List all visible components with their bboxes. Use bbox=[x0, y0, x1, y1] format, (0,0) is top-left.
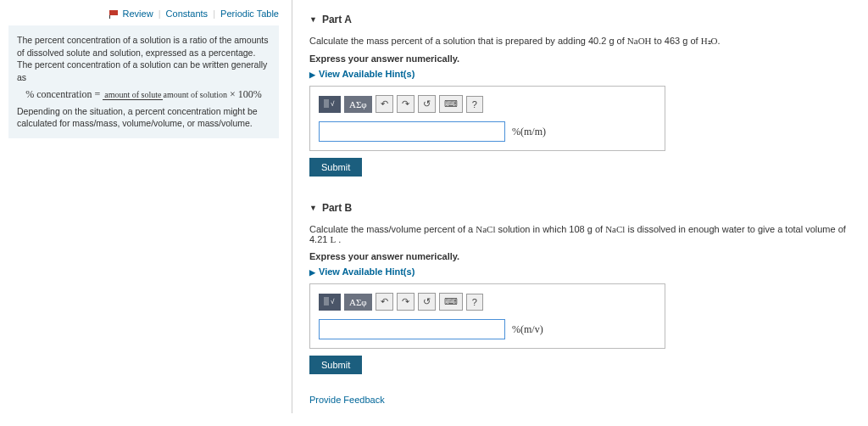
symbols-icon[interactable]: ΑΣφ bbox=[344, 96, 372, 113]
part-b-question: Calculate the mass/volume percent of a N… bbox=[309, 224, 851, 244]
keyboard-icon[interactable]: ⌨ bbox=[439, 95, 463, 113]
review-link[interactable]: Review bbox=[123, 8, 153, 19]
reset-icon[interactable]: ↺ bbox=[418, 95, 436, 113]
svg-rect-0 bbox=[109, 10, 118, 15]
svg-rect-1 bbox=[109, 15, 110, 19]
constants-link[interactable]: Constants bbox=[166, 8, 209, 19]
q-text: solution in which 108 g of bbox=[496, 224, 606, 234]
redo-icon[interactable]: ↷ bbox=[397, 293, 415, 311]
keyboard-icon[interactable]: ⌨ bbox=[439, 293, 463, 311]
part-b-answer-box: √ ΑΣφ ↶ ↷ ↺ ⌨ ? %(m/v) bbox=[309, 283, 665, 349]
svg-text:√: √ bbox=[331, 298, 335, 305]
formula-denominator: amount of solution bbox=[163, 90, 227, 99]
part-a-title: Part A bbox=[322, 14, 352, 25]
part-a-submit-button[interactable]: Submit bbox=[309, 158, 362, 177]
periodic-table-link[interactable]: Periodic Table bbox=[220, 8, 279, 19]
part-a-express: Express your answer numerically. bbox=[309, 53, 851, 64]
flag-icon bbox=[109, 8, 120, 19]
svg-rect-4 bbox=[324, 297, 329, 305]
svg-text:√: √ bbox=[331, 100, 335, 108]
part-a-unit: %(m/m) bbox=[512, 126, 546, 138]
symbols-icon[interactable]: ΑΣφ bbox=[344, 294, 372, 311]
separator: | bbox=[213, 8, 215, 19]
separator: | bbox=[159, 8, 161, 19]
chem-h2o: H₂O bbox=[701, 36, 718, 46]
part-a-answer-input[interactable] bbox=[319, 121, 505, 142]
templates-icon[interactable]: √ bbox=[319, 294, 341, 311]
part-b-submit-button[interactable]: Submit bbox=[309, 356, 362, 374]
part-b-header[interactable]: ▼ Part B bbox=[309, 197, 851, 219]
q-text: . bbox=[718, 36, 721, 46]
part-b-express: Express your answer numerically. bbox=[309, 251, 851, 261]
provide-feedback-link[interactable]: Provide Feedback bbox=[309, 395, 851, 405]
undo-icon[interactable]: ↶ bbox=[376, 95, 393, 113]
formula-numerator: amount of solute bbox=[103, 90, 163, 100]
info-paragraph-2: Depending on the situation, a percent co… bbox=[17, 106, 258, 129]
info-box: The percent concentration of a solution … bbox=[8, 25, 279, 138]
reset-icon[interactable]: ↺ bbox=[418, 293, 436, 311]
caret-down-icon: ▼ bbox=[309, 204, 317, 212]
part-a-answer-box: √ ΑΣφ ↶ ↷ ↺ ⌨ ? %(m/m) bbox=[309, 86, 665, 151]
part-b-unit: %(m/v) bbox=[512, 323, 543, 336]
help-icon[interactable]: ? bbox=[466, 294, 483, 311]
part-a-header[interactable]: ▼ Part A bbox=[309, 8, 851, 31]
part-a-question: Calculate the mass percent of a solution… bbox=[309, 36, 851, 47]
part-a-hints-link[interactable]: View Available Hint(s) bbox=[309, 69, 851, 79]
concentration-formula: % concentration = amount of soluteamount… bbox=[17, 87, 270, 102]
templates-icon[interactable]: √ bbox=[319, 96, 341, 113]
part-b-hints-link[interactable]: View Available Hint(s) bbox=[309, 266, 851, 277]
q-text: Calculate the mass/volume percent of a bbox=[309, 224, 476, 234]
q-text: to 463 g of bbox=[652, 36, 701, 46]
q-text: . bbox=[336, 234, 341, 244]
caret-down-icon: ▼ bbox=[309, 15, 317, 24]
redo-icon[interactable]: ↷ bbox=[397, 95, 415, 113]
formula-right: × 100% bbox=[230, 88, 262, 100]
chem-naoh: NaOH bbox=[627, 36, 652, 46]
undo-icon[interactable]: ↶ bbox=[376, 293, 393, 311]
info-paragraph-1: The percent concentration of a solution … bbox=[17, 35, 269, 82]
formula-left: % concentration = bbox=[25, 88, 100, 100]
q-text: Calculate the mass percent of a solution… bbox=[309, 36, 627, 46]
chem-nacl: NaCl bbox=[476, 224, 495, 234]
help-icon[interactable]: ? bbox=[466, 96, 483, 113]
part-b-title: Part B bbox=[322, 202, 352, 214]
chem-nacl: NaCl bbox=[605, 224, 625, 234]
svg-rect-2 bbox=[324, 99, 329, 108]
part-b-answer-input[interactable] bbox=[319, 319, 505, 339]
